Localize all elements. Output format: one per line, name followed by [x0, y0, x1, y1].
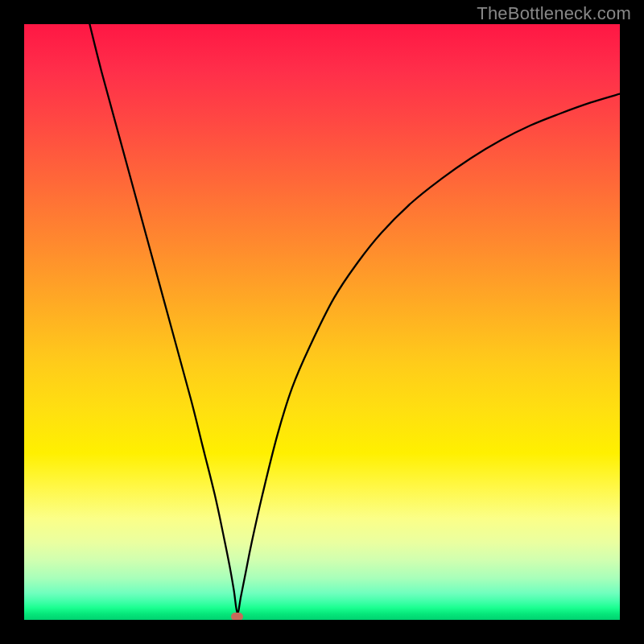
minimum-marker	[231, 613, 243, 620]
watermark-text: TheBottleneck.com	[477, 3, 631, 24]
bottleneck-curve	[89, 24, 620, 613]
curve-svg	[24, 24, 620, 620]
chart-frame: TheBottleneck.com	[0, 0, 644, 644]
plot-area	[24, 24, 620, 620]
